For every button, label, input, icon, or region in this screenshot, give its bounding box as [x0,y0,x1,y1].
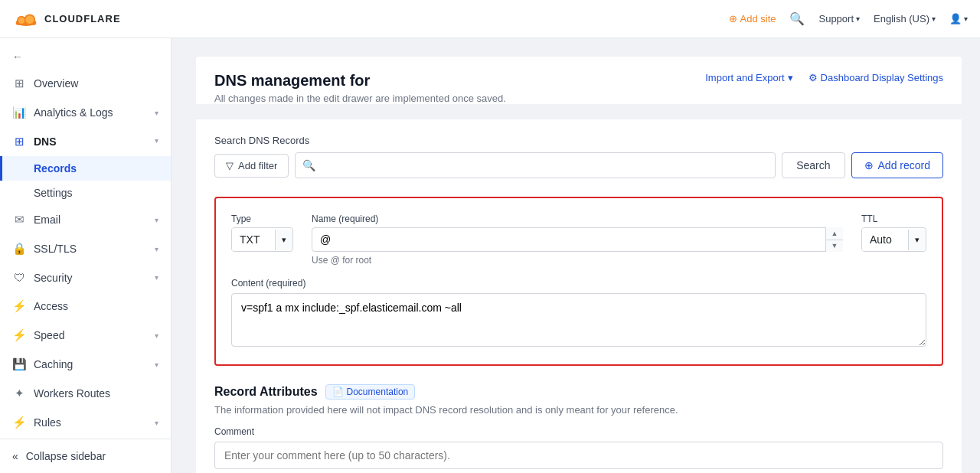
sidebar-item-label: Rules [34,416,61,429]
svg-point-5 [25,15,34,24]
stepper-down-button[interactable]: ▼ [826,240,843,253]
doc-icon: 📄 [332,387,344,397]
ttl-select[interactable]: Auto ▾ [861,227,926,252]
filter-icon: ▽ [226,160,234,171]
chevron-down-icon: ▾ [964,15,968,23]
add-filter-button[interactable]: ▽ Add filter [214,154,289,178]
language-menu[interactable]: English (US) ▾ [874,13,936,24]
sidebar-item-label: DNS [34,135,57,148]
ttl-label: TTL [861,214,926,224]
sidebar-item-label: Security [34,272,73,284]
global-search-icon[interactable]: 🔍 [789,11,805,26]
dns-record-form: Type TXT ▾ Name (required) ▲ [214,197,943,366]
record-attr-description: The information provided here will not i… [214,404,943,416]
comment-input[interactable] [214,442,943,469]
dns-icon: ⊞ [12,135,26,148]
sidebar-item-settings[interactable]: Settings [0,181,171,205]
name-hint: Use @ for root [312,255,843,266]
name-input-wrapper: ▲ ▼ [312,227,843,252]
record-attr-title-row: Record Attributes 📄 Documentation [214,384,943,400]
sidebar-item-speed[interactable]: ⚡ Speed ▾ [0,321,171,350]
user-icon: 👤 [949,13,962,24]
sidebar-item-workers[interactable]: ✦ Workers Routes [0,379,171,408]
svg-point-4 [18,17,24,23]
collapse-sidebar-button[interactable]: « Collapse sidebar [0,439,171,473]
sidebar-back-button[interactable]: ← [0,38,171,69]
search-label: Search DNS Records [214,135,943,146]
record-attributes-section: Record Attributes 📄 Documentation The in… [214,384,943,469]
chevron-down-icon: ▾ [932,15,936,23]
dns-card: Search DNS Records ▽ Add filter 🔍 Search… [196,119,962,473]
security-icon: 🛡 [12,271,26,284]
search-button[interactable]: Search [782,152,844,178]
chevron-down-icon: ▾ [155,109,158,117]
content-field: Content (required) [231,278,926,349]
chevron-down-icon: ▾ [155,331,158,340]
cloudflare-logo: CLOUDFLARE [12,10,121,28]
sidebar-item-label: Caching [34,358,73,370]
dashboard-settings-button[interactable]: ⚙ Dashboard Display Settings [808,72,943,83]
sidebar-item-email[interactable]: ✉ Email ▾ [0,205,171,234]
search-icon: 🔍 [302,159,315,171]
import-export-button[interactable]: Import and Export ▾ [705,72,792,83]
sidebar-item-label: Analytics & Logs [34,106,113,119]
comment-label: Comment [214,426,943,437]
sidebar: ← ⊞ Overview 📊 Analytics & Logs ▾ ⊞ DNS … [0,38,172,473]
ttl-dropdown-button[interactable]: ▾ [908,230,926,250]
support-menu[interactable]: Support ▾ [818,13,860,24]
sidebar-item-label: Speed [34,329,64,341]
name-input[interactable] [312,227,843,252]
sidebar-item-overview[interactable]: ⊞ Overview [0,69,171,98]
add-site-button[interactable]: ⊕ Add site [729,13,776,24]
chevron-down-icon: ▾ [788,72,793,83]
settings-icon: ⚙ [808,72,818,83]
type-field: Type TXT ▾ [231,214,293,252]
sidebar-item-label: SSL/TLS [34,243,77,255]
search-input[interactable] [295,152,776,178]
chevron-down-icon: ▾ [155,360,158,369]
workers-icon: ✦ [12,387,26,400]
stepper-up-button[interactable]: ▲ [826,227,843,240]
rules-icon: ⚡ [12,416,26,429]
type-dropdown-button[interactable]: ▾ [275,230,292,250]
sidebar-item-caching[interactable]: 💾 Caching ▾ [0,350,171,379]
page-subtitle: All changes made in the edit drawer are … [214,93,943,104]
logo-text: CLOUDFLARE [44,13,121,24]
chevron-down-icon: ▾ [155,273,158,282]
user-menu[interactable]: 👤 ▾ [949,13,968,24]
search-row: ▽ Add filter 🔍 Search ⊕ Add record [214,152,943,178]
type-select[interactable]: TXT ▾ [231,227,293,252]
ttl-value: Auto [862,228,908,251]
sidebar-item-rules[interactable]: ⚡ Rules ▾ [0,408,171,437]
sidebar-item-analytics[interactable]: 📊 Analytics & Logs ▾ [0,98,171,127]
sidebar-item-label: Workers Routes [34,387,110,400]
ssl-icon: 🔒 [12,242,26,256]
name-label: Name (required) [312,214,843,224]
documentation-badge[interactable]: 📄 Documentation [325,384,416,400]
sidebar-item-ssl[interactable]: 🔒 SSL/TLS ▾ [0,234,171,263]
search-input-wrapper: 🔍 [295,152,776,178]
sidebar-item-security[interactable]: 🛡 Security ▾ [0,263,171,292]
sidebar-item-label: Access [34,300,68,312]
record-attr-title: Record Attributes [214,385,318,399]
collapse-icon: « [12,450,18,462]
page-title: DNS management for [214,72,370,90]
sidebar-item-label: Overview [34,77,78,90]
content-textarea[interactable] [231,293,926,347]
sidebar-item-dns[interactable]: ⊞ DNS ▴ [0,127,171,156]
chevron-down-icon: ▾ [155,419,158,427]
add-record-button[interactable]: ⊕ Add record [851,152,943,178]
sidebar-item-access[interactable]: ⚡ Access [0,292,171,321]
sidebar-item-label: Email [34,214,60,226]
page-actions: Import and Export ▾ ⚙ Dashboard Display … [705,72,943,83]
caching-icon: 💾 [12,357,26,371]
speed-icon: ⚡ [12,328,26,342]
name-stepper: ▲ ▼ [825,227,843,252]
type-label: Type [231,214,293,224]
name-field: Name (required) ▲ ▼ Use @ for root [312,214,843,266]
page-header: DNS management for Import and Export ▾ ⚙… [196,57,962,104]
sidebar-item-records[interactable]: Records [0,156,171,181]
access-icon: ⚡ [12,299,26,313]
plus-circle-icon: ⊕ [864,159,874,171]
type-value: TXT [232,228,275,251]
